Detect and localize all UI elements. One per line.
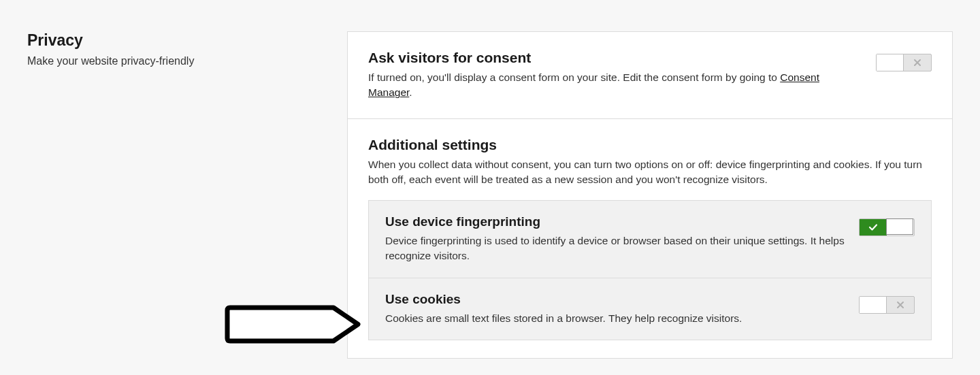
fingerprinting-description: Device fingerprinting is used to identif… [385,233,845,264]
fingerprinting-title: Use device fingerprinting [385,214,845,229]
consent-title: Ask visitors for consent [368,50,862,66]
cookies-card: Use cookies Cookies are small text files… [368,278,932,340]
privacy-subtitle: Make your website privacy-friendly [27,55,327,67]
privacy-sidebar: Privacy Make your website privacy-friend… [27,31,327,359]
additional-title: Additional settings [368,137,932,153]
additional-description: When you collect data without consent, y… [368,157,932,188]
cookies-toggle[interactable] [859,296,915,314]
check-icon [868,223,878,232]
privacy-title: Privacy [27,31,327,50]
fingerprinting-toggle[interactable] [859,218,915,236]
cookies-title: Use cookies [385,292,845,307]
consent-section: Ask visitors for consent If turned on, y… [348,32,952,118]
consent-desc-suffix: . [409,86,412,98]
consent-desc-text: If turned on, you'll display a consent f… [368,71,780,83]
additional-settings-section: Additional settings When you collect dat… [348,118,952,358]
x-icon [913,59,921,67]
consent-toggle[interactable] [876,54,932,71]
consent-description: If turned on, you'll display a consent f… [368,70,862,101]
cookies-description: Cookies are small text files stored in a… [385,311,845,326]
fingerprinting-card: Use device fingerprinting Device fingerp… [368,200,932,278]
privacy-settings-panel: Ask visitors for consent If turned on, y… [347,31,953,359]
x-icon [896,301,904,309]
